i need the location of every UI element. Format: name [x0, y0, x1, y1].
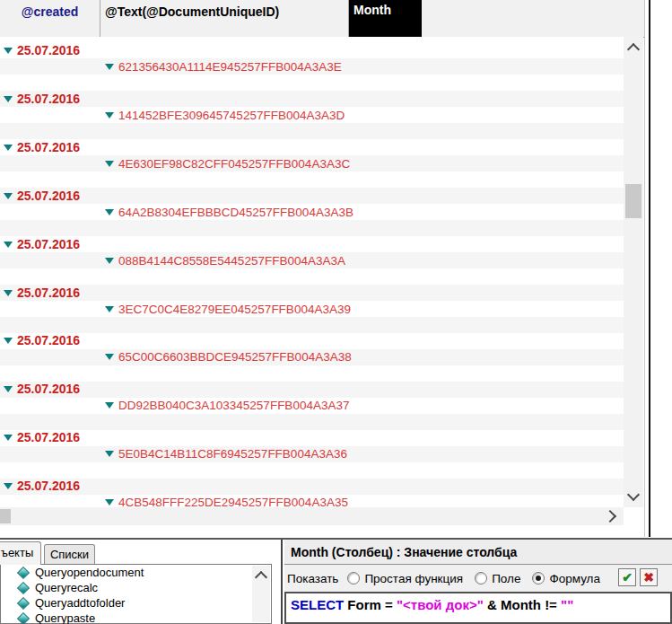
tab-lists[interactable]: Списки [44, 544, 95, 565]
scroll-down-icon[interactable] [627, 488, 640, 501]
twisty-icon[interactable] [4, 290, 13, 296]
date-cell: 25.07.2016 [17, 92, 80, 106]
twisty-icon[interactable] [4, 435, 13, 441]
docid-cell: 088B4144C8558E5445257FFB004A3A3A [118, 254, 345, 268]
date-row[interactable]: 25.07.2016 [4, 285, 80, 301]
formula-segment: "<твой док>" [397, 597, 484, 612]
twisty-icon[interactable] [105, 499, 114, 505]
radio-label: Формула [549, 572, 600, 585]
list-item[interactable]: Queryopendocument [1, 565, 271, 580]
horizontal-scrollbar-thumb[interactable] [0, 509, 11, 523]
view-rows: 25.07.2016621356430A1114E945257FFB004A3A… [0, 37, 624, 507]
docid-row[interactable]: 64A2B8304EFBBBCD45257FFB004A3A3B [105, 204, 353, 220]
date-row[interactable]: 25.07.2016 [4, 478, 80, 494]
twisty-icon[interactable] [105, 306, 114, 312]
twisty-icon[interactable] [105, 161, 114, 167]
twisty-icon[interactable] [105, 451, 114, 457]
twisty-icon[interactable] [4, 145, 13, 151]
radio-label: Простая функция [364, 572, 463, 585]
twisty-icon[interactable] [4, 48, 13, 54]
list-item[interactable]: Querypaste [1, 611, 271, 624]
date-row[interactable]: 25.07.2016 [4, 139, 80, 155]
date-row[interactable]: 25.07.2016 [4, 42, 80, 58]
formula-segment: "" [561, 597, 573, 612]
horizontal-scrollbar[interactable] [0, 507, 624, 525]
twisty-icon[interactable] [105, 258, 114, 264]
docid-row[interactable]: 4E630EF98C82CFF045257FFB004A3A3C [105, 155, 350, 171]
date-cell: 25.07.2016 [17, 333, 80, 347]
tab-objects[interactable]: ъекты [0, 541, 41, 565]
docid-cell: 4CB548FFF225DE2945257FFB004A3A35 [118, 496, 348, 508]
radio-circle-icon[interactable] [532, 572, 545, 584]
list-item[interactable]: Queryaddtofolder [1, 595, 271, 611]
vertical-scrollbar-thumb[interactable] [625, 184, 641, 218]
formula-segment: Form = [347, 597, 397, 612]
vertical-splitter[interactable] [281, 540, 283, 624]
twisty-icon[interactable] [105, 354, 114, 360]
docid-cell: 65C00C6603BBDCE945257FFB004A3A38 [118, 350, 352, 364]
scroll-right-icon[interactable] [604, 510, 616, 523]
date-row[interactable]: 25.07.2016 [4, 236, 80, 252]
date-row[interactable]: 25.07.2016 [4, 91, 80, 107]
events-listbox: QueryopendocumentQueryrecalcQueryaddtofo… [0, 564, 272, 624]
radio-circle-icon[interactable] [347, 572, 360, 584]
column-header-created[interactable]: @created [0, 0, 100, 37]
twisty-icon[interactable] [4, 338, 13, 344]
date-row[interactable]: 25.07.2016 [4, 332, 80, 348]
docid-cell: 5E0B4C14B11C8F6945257FFB004A3A36 [118, 447, 347, 461]
view-pane: @created @Text(@DocumentUniqueID) Month … [0, 0, 645, 537]
date-row[interactable]: 25.07.2016 [4, 381, 80, 397]
radio-option[interactable]: Простая функция [347, 572, 463, 585]
docid-row[interactable]: 65C00C6603BBDCE945257FFB004A3A38 [105, 348, 352, 365]
view-row-group: 25.07.20163EC7C0C4E8279EE045257FFB004A3A… [0, 285, 624, 317]
column-header-month-selected[interactable]: Month [349, 0, 422, 37]
listbox-scroll-up-icon[interactable] [255, 571, 267, 584]
twisty-icon[interactable] [4, 386, 13, 392]
date-cell: 25.07.2016 [17, 43, 80, 57]
radio-option[interactable]: Формула [532, 572, 600, 585]
docid-cell: 621356430A1114E945257FFB004A3A3E [118, 60, 342, 74]
list-item[interactable]: Queryrecalc [1, 580, 271, 595]
docid-row[interactable]: 088B4144C8558E5445257FFB004A3A3A [105, 252, 345, 268]
date-cell: 25.07.2016 [17, 189, 80, 203]
twisty-icon[interactable] [4, 96, 13, 102]
view-row-group: 25.07.2016088B4144C8558E5445257FFB004A3A… [0, 236, 624, 268]
docid-row[interactable]: 4CB548FFF225DE2945257FFB004A3A35 [105, 494, 348, 507]
listbox-scrollbar[interactable] [252, 566, 270, 622]
cancel-button[interactable]: ✖ [640, 568, 658, 586]
view-row-group: 25.07.20164CB548FFF225DE2945257FFB004A3A… [0, 478, 624, 507]
date-row[interactable]: 25.07.2016 [4, 429, 80, 445]
docid-row[interactable]: 3EC7C0C4E8279EE045257FFB004A3A39 [105, 301, 351, 317]
twisty-icon[interactable] [105, 402, 114, 409]
docid-row[interactable]: 141452BFE309645745257FFB004A3A3D [105, 107, 345, 123]
date-cell: 25.07.2016 [17, 430, 80, 444]
list-item-label: Queryrecalc [35, 581, 98, 594]
date-row[interactable]: 25.07.2016 [4, 188, 80, 204]
docid-cell: 64A2B8304EFBBBCD45257FFB004A3A3B [118, 206, 353, 219]
list-item-label: Queryaddtofolder [35, 596, 125, 610]
view-row-group: 25.07.2016141452BFE309645745257FFB004A3A… [0, 91, 624, 123]
twisty-icon[interactable] [105, 209, 114, 215]
radio-option[interactable]: Поле [475, 572, 520, 585]
formula-editor[interactable]: SELECT Form = "<твой док>" & Month != "" [284, 592, 672, 624]
twisty-icon[interactable] [105, 64, 114, 70]
docid-row[interactable]: DD92BB040C3A103345257FFB004A3A37 [105, 397, 349, 413]
list-item-label: Queryopendocument [35, 566, 144, 579]
docid-row[interactable]: 5E0B4C14B11C8F6945257FFB004A3A36 [105, 445, 347, 461]
panel-title: Month (Столбец) : Значение столбца [284, 541, 672, 565]
objects-panel: ъекты Списки QueryopendocumentQueryrecal… [0, 540, 274, 624]
event-diamond-icon [17, 581, 30, 593]
radio-circle-icon[interactable] [475, 572, 487, 584]
view-column-headers: @created @Text(@DocumentUniqueID) Month [0, 0, 644, 38]
docid-row[interactable]: 621356430A1114E945257FFB004A3A3E [105, 58, 342, 75]
event-diamond-icon [17, 611, 30, 624]
twisty-icon[interactable] [4, 483, 13, 489]
date-cell: 25.07.2016 [17, 382, 80, 396]
scroll-up-icon[interactable] [627, 43, 640, 56]
confirm-button[interactable]: ✔ [618, 568, 636, 586]
twisty-icon[interactable] [4, 242, 13, 248]
twisty-icon[interactable] [4, 193, 13, 199]
twisty-icon[interactable] [105, 112, 114, 119]
column-header-unid[interactable]: @Text(@DocumentUniqueID) [100, 0, 349, 37]
vertical-scrollbar[interactable] [624, 37, 643, 507]
